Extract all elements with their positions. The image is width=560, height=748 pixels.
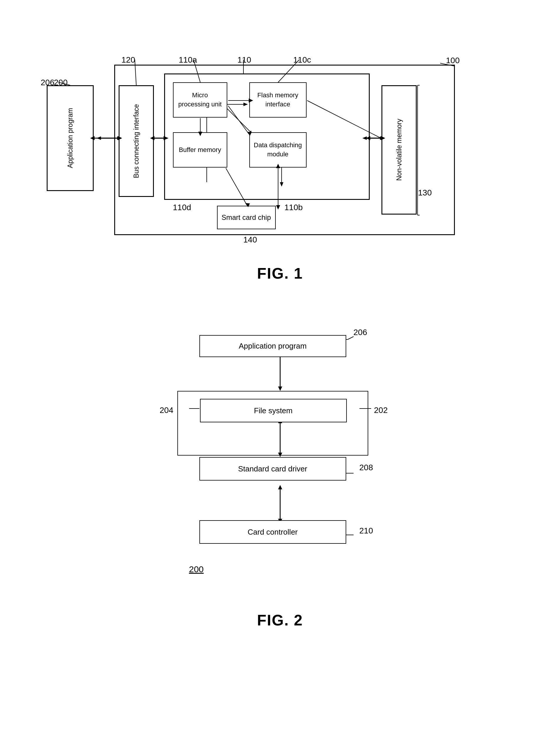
box-buffer-memory: Buffer memory: [173, 132, 227, 167]
box-card-ctrl: Card controller: [199, 520, 346, 544]
ref-110d: 110d: [173, 203, 191, 212]
ref-206-fig2: 206: [354, 328, 367, 337]
ref-210-fig2: 210: [360, 526, 373, 536]
ref-140: 140: [243, 235, 257, 244]
ref-110b: 110b: [285, 203, 303, 212]
svg-marker-1: [97, 136, 101, 140]
box-bus-interface: Bus connecting interface: [119, 85, 154, 197]
fig2-diagram: 206 Application program File system 204 …: [148, 323, 412, 594]
ref-208-fig2: 208: [360, 463, 373, 472]
box-std-driver: Standard card driver: [199, 457, 346, 481]
ref-100: 100: [446, 56, 460, 65]
ref-110a: 110a: [179, 55, 197, 65]
ref-200: 200: [54, 78, 68, 87]
box-nonvolatile: Non-volatile memory: [382, 85, 417, 214]
box-202: File system: [177, 391, 368, 455]
ref-200-fig2: 200: [189, 564, 204, 574]
box-app-program: Application program: [47, 85, 94, 191]
fig1-title: FIG. 1: [24, 264, 536, 282]
svg-line-60: [348, 336, 354, 340]
box-smart-card: Smart card chip: [217, 206, 276, 229]
ref-130: 130: [418, 188, 432, 197]
fig1-diagram: 100 Application program 206 200 Bus conn…: [38, 47, 522, 253]
box-file-system: File system: [200, 399, 347, 422]
page: 100 Application program 206 200 Bus conn…: [0, 0, 560, 748]
box-data-dispatch: Data dispatching module: [249, 132, 307, 167]
ref-120: 120: [122, 55, 136, 65]
box-micro-unit: Micro processing unit: [173, 82, 227, 118]
ref-202-fig2: 202: [374, 405, 388, 415]
ref-206: 206: [41, 78, 55, 87]
ref-204-fig2: 204: [160, 405, 174, 415]
fig2-title: FIG. 2: [24, 611, 536, 629]
svg-marker-57: [278, 485, 282, 489]
box-flash-interface: Flash memory interface: [249, 82, 307, 118]
ref-110: 110: [238, 55, 251, 65]
svg-marker-52: [278, 387, 282, 391]
box-app-fig2: Application program: [199, 335, 346, 357]
ref-110c: 110c: [293, 55, 311, 65]
